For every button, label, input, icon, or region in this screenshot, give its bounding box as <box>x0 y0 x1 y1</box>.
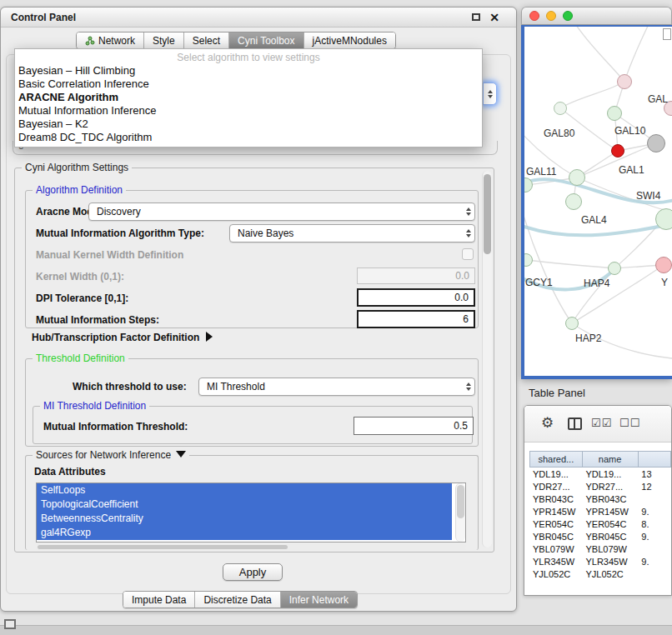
select-all-icon[interactable]: ☑☑ <box>591 417 612 429</box>
network-scrollbar-button[interactable] <box>663 28 671 40</box>
settings-scrollbar[interactable] <box>482 171 492 548</box>
manual-kernel-checkbox[interactable] <box>462 248 474 260</box>
column-header[interactable] <box>639 451 672 468</box>
table-row[interactable]: YBL079WYBL079W <box>529 542 671 555</box>
algorithm-menu-item[interactable]: Dream8 DC_TDC Algorithm <box>15 131 482 144</box>
attribute-list-item[interactable]: TopologicalCoefficient <box>37 498 452 512</box>
table-cell: YJL052C <box>529 569 582 579</box>
aracne-mode-combo[interactable]: Discovery <box>88 202 475 221</box>
hub-definition-section[interactable]: Hub/Transcription Factor Definition <box>32 332 213 343</box>
mi-threshold-group: MI Threshold Definition Mutual Informati… <box>33 406 473 444</box>
algorithm-menu-placeholder: Select algorithm to view settings <box>15 51 482 64</box>
panel-restore-icon[interactable] <box>4 619 16 629</box>
tab-label: jActiveMNodules <box>313 35 387 47</box>
settings-scrollbar-thumb[interactable] <box>484 174 491 254</box>
table-row[interactable]: YDR27...YDR27...12 <box>529 480 671 492</box>
aracne-mode-value: Discovery <box>97 206 141 218</box>
attr-list-scrollbar[interactable] <box>455 483 465 542</box>
network-node-label: GCY1 <box>525 277 553 288</box>
mi-steps-label: Mutual Information Steps: <box>36 314 159 326</box>
sources-title-text: Sources for Network Inference <box>36 449 171 461</box>
tab-infer-network[interactable]: Infer Network <box>281 592 357 608</box>
tab-select[interactable]: Select <box>184 32 229 48</box>
table-cell: 9. <box>638 507 671 517</box>
tab-discretize-data[interactable]: Discretize Data <box>195 592 280 608</box>
settings-group-title: Cyni Algorithm Settings <box>22 162 132 173</box>
network-node-label: GAL4 <box>581 214 607 226</box>
column-header[interactable]: name <box>583 451 639 468</box>
combo-arrows-icon <box>466 382 471 391</box>
which-threshold-combo[interactable]: MI Threshold <box>198 378 475 396</box>
clear-selection-icon[interactable]: ☐☐ <box>619 417 640 429</box>
algorithm-menu-item[interactable]: ARACNE Algorithm <box>15 91 482 104</box>
gear-icon[interactable]: ⚙ <box>541 414 554 432</box>
algorithm-menu-item[interactable]: Bayesian – Hill Climbing <box>15 64 482 78</box>
table-row[interactable]: YER054CYER054C8. <box>529 518 671 530</box>
dpi-tolerance-label: DPI Tolerance [0,1]: <box>36 292 128 304</box>
tab-cyni-toolbox[interactable]: Cyni Toolbox <box>229 32 303 48</box>
network-node-label: GAL10 <box>614 125 645 137</box>
float-window-icon[interactable] <box>472 13 480 21</box>
expanded-arrow-icon[interactable] <box>176 451 186 458</box>
apply-button[interactable]: Apply <box>223 563 283 581</box>
attribute-list-item[interactable]: SelfLoops <box>37 483 452 498</box>
table-row[interactable]: YBR043CYBR043C <box>529 492 671 505</box>
table-cell: YDL19... <box>582 469 638 479</box>
mi-steps-field[interactable]: 6 <box>357 310 475 328</box>
manual-kernel-label: Manual Kernel Width Definition <box>36 249 183 261</box>
close-window-icon[interactable]: ✕ <box>489 12 499 23</box>
algorithm-combo-stepper[interactable] <box>483 82 497 105</box>
threshold-definition-title: Threshold Definition <box>33 352 128 364</box>
close-traffic-light-icon[interactable] <box>529 11 539 21</box>
top-tabs: NetworkStyleSelectCyni ToolboxjActiveMNo… <box>76 32 396 49</box>
table-row[interactable]: YPR145WYPR145W9. <box>529 505 671 518</box>
mi-type-label: Mutual Information Algorithm Type: <box>36 228 204 239</box>
collapsed-arrow-icon[interactable] <box>206 332 213 342</box>
table-panel-title: Table Panel <box>529 387 585 399</box>
attr-list-hscrollbar[interactable] <box>36 544 466 550</box>
combo-arrows-icon <box>466 229 471 238</box>
network-node-label: GAL <box>648 93 668 105</box>
tab-label: Style <box>153 35 175 47</box>
network-view-window: GAL80GAL10GAL11GAL1SWI4GAL4GCY1HAP4HAP2G… <box>521 7 672 379</box>
network-canvas[interactable]: GAL80GAL10GAL11GAL1SWI4GAL4GCY1HAP4HAP2G… <box>524 27 672 376</box>
tab-jactivemnodules[interactable]: jActiveMNodules <box>304 32 395 48</box>
table-row[interactable]: YDL19...YDL19...13 <box>529 468 671 480</box>
mi-threshold-field[interactable]: 0.5 <box>354 417 474 435</box>
table-row[interactable]: YJL052CYJL052C <box>529 568 671 580</box>
dpi-tolerance-field[interactable]: 0.0 <box>357 288 475 307</box>
network-selection-frame: GAL80GAL10GAL11GAL1SWI4GAL4GCY1HAP4HAP2G… <box>521 25 672 379</box>
mi-type-combo[interactable]: Naive Bayes <box>229 224 475 242</box>
sources-group-title[interactable]: Sources for Network Inference <box>33 449 189 461</box>
tab-impute-data[interactable]: Impute Data <box>123 592 195 608</box>
table-row[interactable]: YLR345WYLR345W9. <box>529 555 671 568</box>
network-node-label: GAL80 <box>544 128 574 139</box>
table-toolbar: ⚙ ☑☑ ☐☐ <box>524 406 671 442</box>
algorithm-menu-item[interactable]: Bayesian – K2 <box>15 118 482 131</box>
column-header[interactable]: shared... <box>529 451 583 468</box>
zoom-traffic-light-icon[interactable] <box>563 11 573 21</box>
algorithm-menu-item[interactable]: Mutual Information Inference <box>15 104 482 118</box>
tab-style[interactable]: Style <box>144 32 184 48</box>
attr-list-hscrollbar-thumb[interactable] <box>38 545 288 549</box>
stepper-up-icon <box>488 90 493 93</box>
algorithm-menu-item[interactable]: Basic Correlation Inference <box>15 78 482 91</box>
tab-network[interactable]: Network <box>77 32 144 48</box>
table-row[interactable]: YBR045CYBR045C9. <box>529 530 671 542</box>
hub-definition-label: Hub/Transcription Factor Definition <box>32 332 199 343</box>
data-attributes-list[interactable]: SelfLoopsTopologicalCoefficientBetweenne… <box>36 482 466 542</box>
control-panel-titlebar[interactable]: Control Panel ✕ <box>1 8 516 28</box>
window-title: Control Panel <box>11 12 76 23</box>
table-cell: YLR345W <box>529 557 582 567</box>
network-tab-icon <box>85 36 95 46</box>
attribute-list-item[interactable]: gal4RGexp <box>37 526 452 540</box>
attribute-list-item[interactable]: BetweennessCentrality <box>37 512 452 526</box>
which-threshold-label: Which threshold to use: <box>73 381 187 392</box>
minimize-traffic-light-icon[interactable] <box>546 11 556 21</box>
attr-list-scrollbar-thumb[interactable] <box>457 485 464 518</box>
algorithm-definition-group: Algorithm Definition Aracne Mode: Discov… <box>25 190 479 328</box>
which-threshold-value: MI Threshold <box>207 381 265 392</box>
network-window-titlebar[interactable] <box>521 7 672 25</box>
columns-icon[interactable] <box>568 418 582 430</box>
table-body: YDL19...YDL19...13YDR27...YDR27...12YBR0… <box>529 468 671 595</box>
